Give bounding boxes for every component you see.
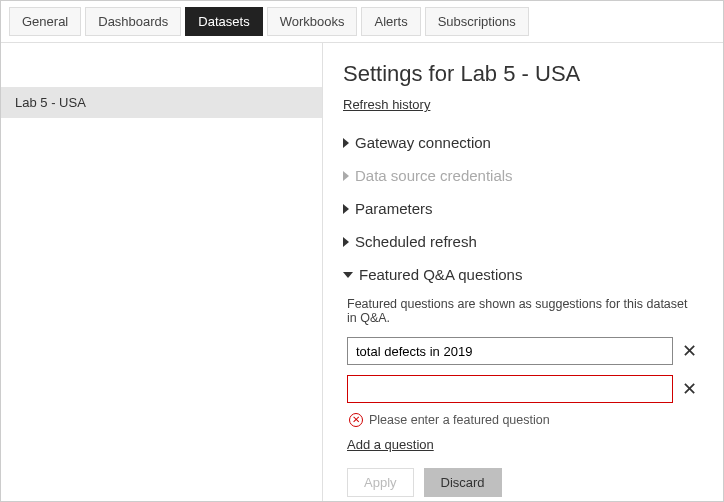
tab-subscriptions[interactable]: Subscriptions <box>425 7 529 36</box>
tab-alerts[interactable]: Alerts <box>361 7 420 36</box>
section-credentials[interactable]: Data source credentials <box>343 159 697 192</box>
sidebar: Lab 5 - USA <box>1 43 323 502</box>
featured-qa-body: Featured questions are shown as suggesti… <box>343 291 697 502</box>
question-row: ✕ <box>347 375 697 403</box>
apply-button[interactable]: Apply <box>347 468 414 497</box>
section-label: Parameters <box>355 200 433 217</box>
page-title: Settings for Lab 5 - USA <box>343 61 697 87</box>
refresh-history-link[interactable]: Refresh history <box>343 97 430 112</box>
error-message: ✕ Please enter a featured question <box>349 413 697 427</box>
featured-hint: Featured questions are shown as suggesti… <box>347 297 697 325</box>
section-label: Data source credentials <box>355 167 513 184</box>
question-input-1[interactable] <box>347 337 673 365</box>
button-row: Apply Discard <box>347 468 697 497</box>
tabs-bar: General Dashboards Datasets Workbooks Al… <box>1 1 723 43</box>
content: Settings for Lab 5 - USA Refresh history… <box>323 43 723 502</box>
chevron-right-icon <box>343 138 349 148</box>
sidebar-item-dataset[interactable]: Lab 5 - USA <box>1 87 322 118</box>
section-parameters[interactable]: Parameters <box>343 192 697 225</box>
tab-workbooks[interactable]: Workbooks <box>267 7 358 36</box>
chevron-right-icon <box>343 237 349 247</box>
close-icon[interactable]: ✕ <box>681 381 697 397</box>
error-icon: ✕ <box>349 413 363 427</box>
chevron-right-icon <box>343 171 349 181</box>
question-row: ✕ <box>347 337 697 365</box>
section-scheduled-refresh[interactable]: Scheduled refresh <box>343 225 697 258</box>
error-text: Please enter a featured question <box>369 413 550 427</box>
tab-general[interactable]: General <box>9 7 81 36</box>
section-label: Featured Q&A questions <box>359 266 522 283</box>
chevron-down-icon <box>343 272 353 278</box>
tab-dashboards[interactable]: Dashboards <box>85 7 181 36</box>
section-label: Gateway connection <box>355 134 491 151</box>
section-gateway[interactable]: Gateway connection <box>343 126 697 159</box>
tab-datasets[interactable]: Datasets <box>185 7 262 36</box>
close-icon[interactable]: ✕ <box>681 343 697 359</box>
chevron-right-icon <box>343 204 349 214</box>
section-label: Scheduled refresh <box>355 233 477 250</box>
discard-button[interactable]: Discard <box>424 468 502 497</box>
add-question-link[interactable]: Add a question <box>347 437 434 452</box>
section-featured-qa[interactable]: Featured Q&A questions <box>343 258 697 291</box>
question-input-2[interactable] <box>347 375 673 403</box>
